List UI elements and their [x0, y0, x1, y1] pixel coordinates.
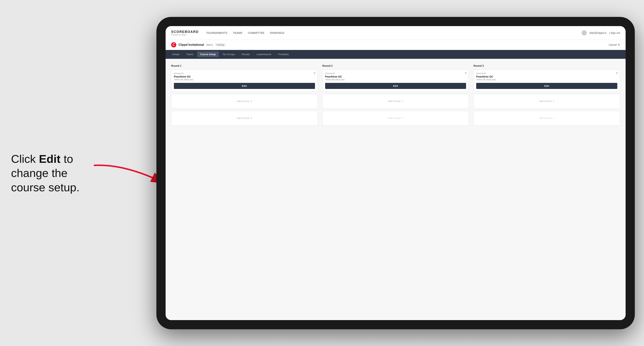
round-3-plus-icon-2: +	[553, 117, 554, 120]
instruction-bold: Edit	[39, 152, 60, 165]
tab-details[interactable]: Details	[169, 51, 182, 57]
round-2-add-course-label-2: Add Course +	[388, 117, 403, 120]
tournament-name: Clippd Invitational	[178, 43, 204, 46]
round-3-course-details: Yellow (M) (6629 yds)	[476, 78, 617, 81]
round-1-course-card-wrapper: (Course A) Peachtree GC Yellow (M) (6629…	[171, 69, 318, 94]
tab-course-setup[interactable]: Course Setup	[197, 51, 219, 57]
round-2-label: Round 2	[322, 64, 469, 67]
round-1-course-tag: (Course A)	[174, 72, 315, 74]
tab-printables[interactable]: Printables	[275, 51, 292, 57]
main-content: Round 1 (Course A) Peachtree GC Yellow (…	[166, 59, 626, 320]
round-2-course-card-wrapper: (Course A) Peachtree GC Yellow (M) (6629…	[322, 69, 469, 94]
round-2-plus-icon-1: +	[402, 100, 403, 103]
round-2-delete-icon[interactable]: 🗑	[464, 71, 467, 75]
user-avatar	[582, 30, 587, 35]
tournament-gender: (Men)	[206, 43, 213, 46]
round-1-add-course-2[interactable]: Add Course +	[171, 111, 318, 126]
round-2-plus-icon-2: +	[402, 117, 403, 120]
logo-subtitle: Powered by clippd	[171, 34, 199, 36]
tablet-frame: SCOREBOARD Powered by clippd TOURNAMENTS…	[156, 17, 635, 329]
round-1-add-course-1[interactable]: Add Course +	[171, 94, 318, 109]
round-3-delete-icon[interactable]: 🗑	[616, 71, 618, 75]
round-3-plus-icon-1: +	[553, 100, 554, 103]
round-3-add-course-label-1: Add Course +	[539, 100, 554, 103]
tab-results[interactable]: Results	[239, 51, 253, 57]
round-2-course-name: Peachtree GC	[325, 75, 466, 78]
round-3-add-course-label-2: Add Course +	[539, 117, 554, 120]
sign-out-link[interactable]: | Sign out	[609, 31, 620, 34]
round-3-add-course-1[interactable]: Add Course +	[474, 94, 620, 109]
user-email: blair@clippd.io	[590, 31, 606, 34]
round-2-add-course-label-1: Add Course +	[388, 100, 403, 103]
round-1-add-course-label-2: Add Course +	[236, 117, 252, 120]
nav-committee[interactable]: COMMITTEE	[248, 30, 264, 35]
round-1-add-course-label-1: Add Course +	[236, 100, 252, 103]
nav-rankings[interactable]: RANKINGS	[270, 30, 284, 35]
round-2-course-details: Yellow (M) (6629 yds)	[325, 78, 466, 81]
tournament-info: C Clippd Invitational (Men) Hosting	[171, 42, 226, 47]
round-1-plus-icon-1: +	[250, 100, 252, 103]
round-2-course-card: (Course A) Peachtree GC Yellow (M) (6629…	[322, 69, 469, 92]
tab-bar: Details Teams Course Setup Tee Groups Re…	[166, 50, 626, 59]
tab-teams[interactable]: Teams	[184, 51, 196, 57]
round-1-label: Round 1	[171, 64, 318, 67]
tablet-screen: SCOREBOARD Powered by clippd TOURNAMENTS…	[166, 26, 626, 320]
round-2-column: Round 2 (Course A) Peachtree GC Yellow (…	[322, 64, 469, 128]
cancel-button[interactable]: Cancel ✕	[609, 43, 620, 46]
round-2-add-course-2: Add Course +	[322, 111, 469, 126]
nav-tournaments[interactable]: TOURNAMENTS	[206, 30, 228, 35]
round-2-add-course-1[interactable]: Add Course +	[322, 94, 469, 109]
round-2-edit-button[interactable]: Edit	[325, 83, 466, 89]
cancel-icon: ✕	[618, 43, 620, 46]
round-2-course-tag: (Course A)	[325, 72, 466, 74]
round-3-column: Round 3 (Course A) Peachtree GC Yellow (…	[474, 64, 620, 128]
round-3-add-course-2: Add Course +	[474, 111, 620, 126]
tab-tee-groups[interactable]: Tee Groups	[220, 51, 238, 57]
round-3-course-tag: (Course A)	[476, 72, 617, 74]
hosting-badge: Hosting	[215, 43, 226, 46]
round-1-course-card: (Course A) Peachtree GC Yellow (M) (6629…	[171, 69, 318, 92]
clippd-logo: C	[171, 42, 176, 47]
round-1-column: Round 1 (Course A) Peachtree GC Yellow (…	[171, 64, 318, 128]
instruction-text: Click Edit to change the course setup.	[11, 152, 80, 194]
top-nav: SCOREBOARD Powered by clippd TOURNAMENTS…	[166, 26, 626, 40]
round-1-course-name: Peachtree GC	[174, 75, 315, 78]
nav-links: TOURNAMENTS TEAMS COMMITTEE RANKINGS	[206, 30, 582, 35]
nav-teams[interactable]: TEAMS	[233, 30, 242, 35]
round-3-course-card: (Course A) Peachtree GC Yellow (M) (6629…	[474, 69, 620, 92]
round-1-plus-icon-2: +	[250, 117, 252, 120]
logo-title: SCOREBOARD	[171, 30, 199, 34]
sub-header: C Clippd Invitational (Men) Hosting Canc…	[166, 40, 626, 50]
round-3-course-card-wrapper: (Course A) Peachtree GC Yellow (M) (6629…	[474, 69, 620, 94]
tab-leaderboards[interactable]: Leaderboards	[254, 51, 274, 57]
logo-area: SCOREBOARD Powered by clippd	[171, 30, 199, 36]
round-3-label: Round 3	[474, 64, 620, 67]
round-1-edit-button[interactable]: Edit	[174, 83, 315, 89]
rounds-grid: Round 1 (Course A) Peachtree GC Yellow (…	[171, 64, 620, 128]
round-1-course-details: Yellow (M) (6629 yds)	[174, 78, 315, 81]
round-3-course-name: Peachtree GC	[476, 75, 617, 78]
round-1-delete-icon[interactable]: 🗑	[313, 71, 316, 75]
nav-right: blair@clippd.io | Sign out	[582, 30, 620, 35]
round-3-edit-button[interactable]: Edit	[476, 83, 617, 89]
